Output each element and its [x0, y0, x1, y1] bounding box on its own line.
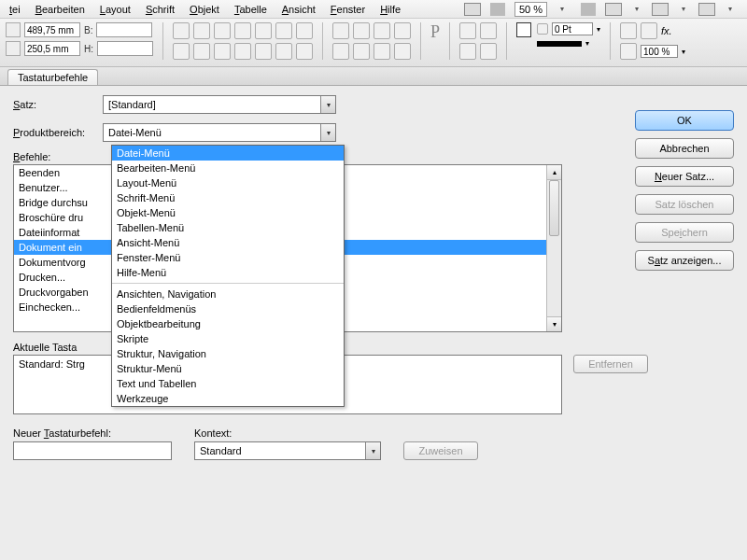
tool-icon[interactable]	[296, 22, 313, 39]
menu-fenster[interactable]: Fenster	[323, 2, 373, 17]
fill-swatch[interactable]	[516, 22, 531, 37]
y-field[interactable]: 250,5 mm	[24, 41, 80, 56]
chevron-down-icon[interactable]	[365, 442, 380, 459]
align-icon[interactable]	[459, 43, 476, 60]
tool-icon[interactable]	[173, 22, 190, 39]
entfernen-button[interactable]: Entfernen	[573, 355, 648, 373]
fx-label[interactable]: fx.	[661, 25, 672, 36]
abbrechen-button[interactable]: Abbrechen	[635, 138, 734, 159]
dialog-tabbar: Tastaturbefehle	[0, 67, 747, 86]
tool-icon[interactable]	[255, 22, 272, 39]
menu-objekt[interactable]: Objekt	[182, 2, 227, 17]
align-icon[interactable]	[480, 22, 497, 39]
keyboard-shortcuts-dialog: Satz: [Standard] Produktbereich: Datei-M…	[0, 86, 747, 560]
w-field[interactable]	[96, 22, 152, 37]
dropdown-item[interactable]: Skripte	[112, 331, 344, 346]
tab-tastaturbefehle[interactable]: Tastaturbefehle	[7, 69, 98, 85]
opacity-icon[interactable]	[620, 43, 637, 60]
chevron-down-icon[interactable]	[320, 124, 335, 141]
wrap-icon[interactable]	[374, 22, 390, 39]
kontext-combo[interactable]: Standard	[194, 441, 381, 460]
dropdown-item[interactable]: Bedienfeldmenüs	[112, 301, 344, 316]
menu-ansicht[interactable]: Ansicht	[275, 2, 323, 17]
scroll-up-icon[interactable]: ▴	[547, 165, 561, 180]
dropdown-item[interactable]: Ansicht-Menü	[112, 235, 344, 250]
h-field[interactable]	[97, 41, 153, 56]
dropdown-item[interactable]: Bearbeiten-Menü	[112, 161, 344, 175]
scrollbar[interactable]: ▴ ▾	[546, 165, 561, 331]
dropdown-item[interactable]: Struktur, Navigation	[112, 346, 344, 361]
dropdown-item[interactable]: Tabellen-Menü	[112, 220, 344, 235]
aktuelle-label: Aktuelle Tasta	[13, 342, 77, 353]
dropdown-item[interactable]: Ansichten, Navigation	[112, 287, 344, 301]
p-icon: P	[430, 22, 440, 42]
wrap-icon[interactable]	[394, 22, 411, 39]
wrap-icon[interactable]	[394, 43, 411, 60]
view-mode-icon-1[interactable]	[605, 3, 622, 16]
scroll-thumb[interactable]	[549, 180, 559, 236]
tool-icon[interactable]	[275, 22, 292, 39]
chevron-down-icon[interactable]	[320, 96, 335, 113]
menu-layout[interactable]: Layout	[92, 2, 138, 17]
ref-point-icon-2[interactable]	[6, 41, 21, 56]
fx-icon[interactable]	[641, 22, 657, 39]
produktbereich-dropdown[interactable]: Datei-MenüBearbeiten-MenüLayout-MenüSchr…	[111, 145, 345, 407]
wrap-icon[interactable]	[332, 22, 349, 39]
tool-icon[interactable]	[255, 43, 272, 60]
stroke-style[interactable]	[537, 41, 582, 47]
dropdown-item[interactable]: Werkzeuge	[112, 391, 344, 406]
w-label: B:	[84, 25, 92, 35]
dropdown-item[interactable]: Objekt-Menü	[112, 205, 344, 220]
tool-icon[interactable]	[193, 43, 210, 60]
align-icon[interactable]	[459, 22, 476, 39]
dropdown-item[interactable]: Objektbearbeitung	[112, 316, 344, 331]
tool-icon[interactable]	[173, 43, 190, 60]
wrap-icon[interactable]	[332, 43, 349, 60]
produktbereich-combo[interactable]: Datei-Menü	[103, 123, 336, 142]
x-field[interactable]: 489,75 mm	[24, 22, 80, 37]
dropdown-item[interactable]: Fenster-Menü	[112, 250, 344, 265]
dropdown-item[interactable]: Datei-Menü	[112, 146, 344, 161]
menu-tabelle[interactable]: Tabelle	[227, 2, 275, 17]
tool-icon[interactable]	[296, 43, 313, 60]
scroll-down-icon[interactable]: ▾	[547, 316, 561, 331]
dropdown-item[interactable]: Hilfe-Menü	[112, 265, 344, 280]
wrap-icon[interactable]	[374, 43, 390, 60]
stroke-weight[interactable]: 0 Pt	[552, 22, 593, 35]
menu-schrift[interactable]: Schrift	[138, 2, 182, 17]
tool-icon[interactable]	[234, 22, 251, 39]
dropdown-item[interactable]: Layout-Menü	[112, 175, 344, 190]
opacity-field[interactable]: 100 %	[641, 45, 678, 58]
dropdown-separator	[112, 283, 344, 284]
menu-bearbeiten[interactable]: Bearbeiten	[28, 2, 92, 17]
menu-tei[interactable]: tei	[2, 2, 28, 17]
satz-loeschen-button[interactable]: Satz löschen	[635, 194, 734, 215]
tool-icon[interactable]	[275, 43, 292, 60]
align-icon[interactable]	[480, 43, 497, 60]
view-mode-icon-2[interactable]	[652, 3, 669, 16]
tool-icon[interactable]	[193, 22, 210, 39]
neuer-satz-button[interactable]: Neuer Satz...	[635, 166, 734, 187]
tool-icon[interactable]	[214, 43, 231, 60]
satz-combo[interactable]: [Standard]	[103, 95, 336, 114]
zuweisen-button[interactable]: Zuweisen	[403, 441, 478, 460]
ref-point-icon[interactable]	[6, 22, 21, 37]
wrap-icon[interactable]	[353, 22, 370, 39]
neuer-tastaturbefehl-input[interactable]	[13, 441, 172, 460]
dropdown-item[interactable]: Text und Tabellen	[112, 376, 344, 391]
speichern-button[interactable]: Speichern	[635, 222, 734, 243]
stroke-icon[interactable]	[537, 23, 548, 35]
menu-hilfe[interactable]: Hilfe	[373, 2, 408, 17]
view-mode-icon-3[interactable]	[698, 3, 715, 16]
fx-icon[interactable]	[620, 22, 637, 39]
br-icon[interactable]	[464, 3, 481, 16]
satz-anzeigen-button[interactable]: Satz anzeigen...	[635, 250, 734, 271]
dropdown-item[interactable]: Schrift-Menü	[112, 190, 344, 205]
zoom-field[interactable]: 50 %	[514, 2, 547, 17]
ok-button[interactable]: OK	[635, 110, 734, 131]
tool-icon[interactable]	[214, 22, 231, 39]
befehle-label: Befehle:	[13, 151, 97, 162]
wrap-icon[interactable]	[353, 43, 370, 60]
dropdown-item[interactable]: Struktur-Menü	[112, 361, 344, 376]
tool-icon[interactable]	[234, 43, 251, 60]
